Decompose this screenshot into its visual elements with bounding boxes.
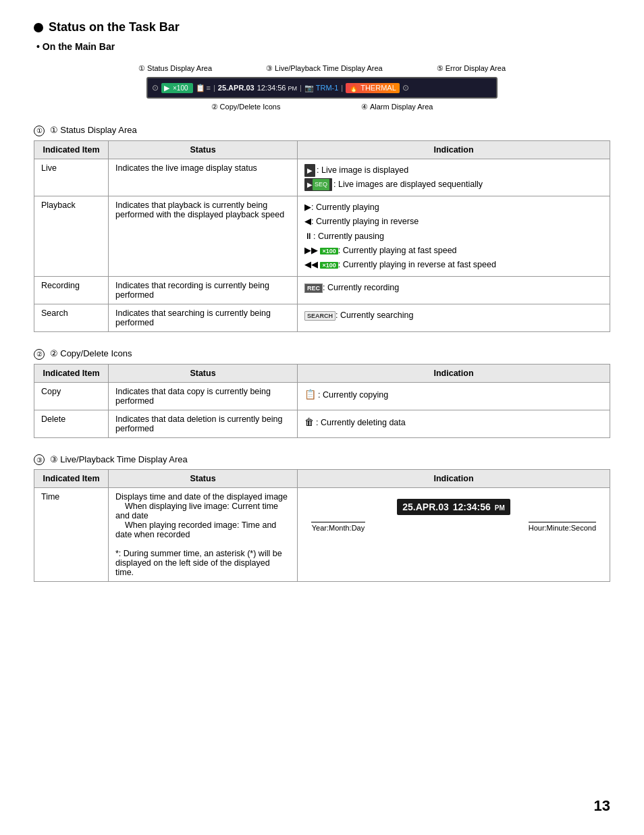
table-row-time: Time Displays time and date of the displ… — [34, 488, 610, 582]
section3-table: Indicated Item Status Indication Time Di… — [34, 469, 610, 582]
copy-delete-icons: 📋≡ — [196, 84, 211, 92]
year-month-day-label: Year:Month:Day — [312, 524, 365, 532]
delete-icon: 🗑 — [304, 414, 314, 431]
x100-icon: ×100 — [320, 248, 338, 254]
indication-search: SEARCH: Currently searching — [298, 304, 610, 332]
status-delete: Indicates that data deletion is currentl… — [109, 410, 298, 437]
indication-copy: 📋: Currently copying — [298, 382, 610, 410]
section1-table: Indicated Item Status Indication Live In… — [34, 140, 610, 333]
play-status: ▶ ×100 — [161, 83, 193, 93]
copy-icon: 📋 — [304, 387, 316, 403]
date-display: 25.APR.03 — [218, 84, 254, 92]
live-seq-icon: ▶ SEQ — [304, 178, 332, 191]
diagram-labels-top: ① Status Display Area ③ Live/Playback Ti… — [34, 64, 610, 73]
table-row-recording: Recording Indicates that recording is cu… — [34, 277, 610, 304]
indication-time: 25.APR.03 12:34:56 PM Year:Month:Day Hou… — [298, 488, 610, 582]
clock-value: 12:34:56 — [453, 502, 491, 512]
sub-title: • On the Main Bar — [36, 41, 610, 52]
table-row-playback: Playback Indicates that playback is curr… — [34, 196, 610, 277]
thermal-label: 🔥 THERMAL — [346, 83, 400, 93]
x100-rev-icon: ×100 — [320, 262, 338, 269]
section2-label: ② ② Copy/Delete Icons — [34, 348, 610, 360]
item-search: Search — [34, 304, 109, 332]
page-title: Status on the Task Bar — [34, 20, 610, 34]
status-time: Displays time and date of the displayed … — [109, 488, 298, 582]
status-copy: Indicates that data copy is currently be… — [109, 382, 298, 410]
col-header-item-1: Indicated Item — [34, 140, 109, 159]
table-row-copy: Copy Indicates that data copy is current… — [34, 382, 610, 410]
date-value: 25.APR.03 — [402, 502, 448, 512]
table-row-live: Live Indicates the live image display st… — [34, 159, 610, 196]
item-playback: Playback — [34, 196, 109, 277]
label-copy-delete: ② Copy/Delete Icons — [211, 103, 281, 111]
circle-3: ③ — [34, 454, 45, 465]
item-live: Live — [34, 159, 109, 196]
col-header-status-3: Status — [109, 470, 298, 488]
label-error-area: ⑤ Error Display Area — [437, 64, 506, 73]
search-icon: SEARCH — [304, 311, 336, 321]
col-header-item-2: Indicated Item — [34, 364, 109, 382]
rec-icon: REC — [304, 284, 323, 293]
page-number: 13 — [594, 797, 610, 815]
section2-table: Indicated Item Status Indication Copy In… — [34, 364, 610, 438]
circle-1: ① — [34, 126, 45, 136]
col-header-item-3: Indicated Item — [34, 470, 109, 488]
status-playback: Indicates that playback is currently bei… — [109, 196, 298, 277]
indication-recording: REC: Currently recording — [298, 277, 610, 304]
label-status-area: ① Status Display Area — [138, 64, 212, 73]
diagram-labels-bottom: ② Copy/Delete Icons ④ Alarm Display Area — [34, 103, 610, 111]
label-alarm-area: ④ Alarm Display Area — [361, 103, 433, 111]
circle-2: ② — [34, 349, 45, 360]
taskbar-diagram: ① Status Display Area ③ Live/Playback Ti… — [34, 64, 610, 111]
col-header-status-2: Status — [109, 364, 298, 382]
status-search: Indicates that searching is currently be… — [109, 304, 298, 332]
settings-icon: ⊙ — [152, 83, 159, 92]
time-display-box: 25.APR.03 12:34:56 PM — [397, 499, 510, 515]
item-time: Time — [34, 488, 109, 582]
col-header-status-1: Status — [109, 140, 298, 159]
section1-label: ① ① Status Display Area — [34, 125, 610, 136]
col-header-indication-1: Indication — [298, 140, 610, 159]
item-delete: Delete — [34, 410, 109, 437]
col-header-indication-3: Indication — [298, 470, 610, 488]
status-recording: Indicates that recording is currently be… — [109, 277, 298, 304]
taskbar-visual: ⊙ ▶ ×100 📋≡ | 25.APR.03 12:34:56 PM | 📷 … — [146, 77, 498, 99]
section3-label: ③ ③ Live/Playback Time Display Area — [34, 454, 610, 466]
settings-right-icon: ⊙ — [402, 83, 409, 92]
status-live: Indicates the live image display status — [109, 159, 298, 196]
time-display: 12:34:56 PM — [257, 84, 297, 92]
pm-label: PM — [495, 504, 505, 512]
bullet-icon — [34, 23, 43, 32]
col-header-indication-2: Indication — [298, 364, 610, 382]
hour-minute-second-label: Hour:Minute:Second — [529, 524, 596, 532]
live-icon: ▶ — [304, 164, 315, 177]
item-recording: Recording — [34, 277, 109, 304]
item-copy: Copy — [34, 382, 109, 410]
trm-label: 📷 TRM-1 — [304, 84, 338, 92]
label-live-playback-area: ③ Live/Playback Time Display Area — [266, 64, 383, 73]
indication-live: ▶: Live image is displayed ▶ SEQ: Live i… — [298, 159, 610, 196]
indication-playback: ▶: Currently playing ◀: Currently playin… — [298, 196, 610, 277]
table-row-delete: Delete Indicates that data deletion is c… — [34, 410, 610, 437]
table-row-search: Search Indicates that searching is curre… — [34, 304, 610, 332]
indication-delete: 🗑: Currently deleting data — [298, 410, 610, 437]
